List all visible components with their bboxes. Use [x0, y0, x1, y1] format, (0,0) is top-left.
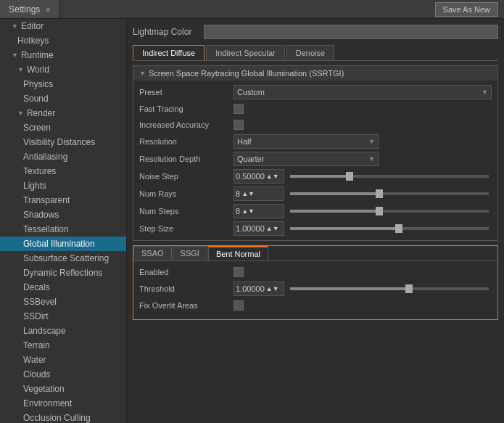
sidebar-item-subsurface[interactable]: Subsurface Scattering	[0, 251, 126, 266]
sidebar-item-hotkeys[interactable]: Hotkeys	[0, 33, 126, 48]
sidebar-label-tessellation: Tessellation	[23, 224, 69, 234]
sidebar-item-antialiasing[interactable]: Antialiasing	[0, 149, 126, 164]
tab-bar: Indirect Diffuse Indirect Specular Denoi…	[133, 45, 498, 61]
step-size-input[interactable]: 1.00000 ▲▼	[234, 221, 284, 236]
resolution-dropdown[interactable]: Half ▼	[234, 134, 379, 149]
lightmap-color-input[interactable]	[204, 25, 498, 39]
fast-tracing-value	[234, 104, 492, 114]
sidebar-label-runtime: Runtime	[21, 50, 54, 60]
threshold-label: Threshold	[139, 284, 234, 293]
num-rays-slider-thumb[interactable]	[376, 189, 383, 198]
num-rays-arrows[interactable]: ▲▼	[241, 190, 255, 197]
resolution-label: Resolution	[139, 137, 234, 146]
collapse-arrow-runtime: ▼	[12, 52, 18, 59]
settings-tab[interactable]: Settings ×	[0, 0, 60, 18]
step-size-label: Step Size	[139, 224, 234, 233]
sub-tab-bent-normal[interactable]: Bent Normal	[208, 246, 268, 260]
title-bar: Settings × Save As New	[0, 0, 504, 19]
sidebar-label-visibility: Visibility Distances	[23, 137, 95, 147]
resolution-value: Half ▼	[234, 134, 492, 149]
sidebar-label-vegetation: Vegetation	[23, 384, 65, 394]
sidebar-item-transparent[interactable]: Transparent	[0, 193, 126, 208]
sidebar-item-screen[interactable]: Screen	[0, 120, 126, 135]
sidebar-item-vegetation[interactable]: Vegetation	[0, 382, 126, 396]
sidebar-label-environment: Environment	[23, 398, 72, 408]
preset-dropdown[interactable]: Custom ▼	[234, 85, 492, 99]
sidebar-item-global-illumination[interactable]: Global Illumination	[0, 237, 126, 251]
sidebar-item-runtime[interactable]: ▼ Runtime	[0, 48, 126, 62]
tab-indirect-diffuse[interactable]: Indirect Diffuse	[133, 45, 205, 60]
num-steps-input[interactable]: 8 ▲▼	[234, 204, 284, 218]
ssrtgi-header[interactable]: ▼ Screen Space Raytracing Global Illumin…	[133, 66, 497, 81]
save-as-new-button[interactable]: Save As New	[435, 2, 498, 17]
sub-tab-ssao[interactable]: SSAO	[133, 246, 172, 260]
preset-dropdown-value: Custom	[237, 88, 265, 96]
num-steps-row: Num Steps 8 ▲▼	[133, 202, 497, 220]
increased-accuracy-label: Increased Accuracy	[139, 120, 234, 129]
resolution-depth-dropdown[interactable]: Quarter ▼	[234, 152, 379, 166]
sidebar-label-global-illumination: Global Illumination	[23, 239, 95, 249]
fast-tracing-checkbox[interactable]	[234, 104, 244, 114]
sidebar-item-terrain[interactable]: Terrain	[0, 338, 126, 353]
threshold-value: 1.00000 ▲▼	[234, 282, 492, 296]
sidebar-item-ssdirt[interactable]: SSDirt	[0, 309, 126, 324]
noise-step-input[interactable]: 0.50000 ▲▼	[234, 169, 284, 184]
collapse-arrow-render: ▼	[17, 110, 24, 117]
enabled-label: Enabled	[139, 268, 234, 276]
sidebar-item-editor[interactable]: ▼ Editor	[0, 19, 126, 33]
collapse-arrow-editor: ▼	[12, 22, 18, 30]
sidebar-label-antialiasing: Antialiasing	[23, 152, 67, 162]
sidebar-item-world[interactable]: ▼ World	[0, 62, 126, 77]
sidebar-item-visibility[interactable]: Visibility Distances	[0, 135, 126, 149]
num-rays-slider-track[interactable]	[290, 192, 489, 195]
num-rays-input[interactable]: 8 ▲▼	[234, 186, 284, 201]
ssrtgi-section: ▼ Screen Space Raytracing Global Illumin…	[133, 65, 498, 241]
sidebar-item-dynamic-reflections[interactable]: Dynamic Reflections	[0, 266, 126, 280]
noise-step-arrows[interactable]: ▲▼	[266, 173, 279, 180]
num-steps-slider-thumb[interactable]	[376, 207, 383, 215]
step-size-slider-track[interactable]	[290, 227, 489, 230]
resolution-depth-dropdown-arrow: ▼	[368, 155, 375, 163]
step-size-arrows[interactable]: ▲▼	[266, 225, 279, 232]
sidebar-item-environment[interactable]: Environment	[0, 396, 126, 411]
num-steps-slider-track[interactable]	[290, 210, 489, 213]
sidebar-label-screen: Screen	[23, 123, 51, 133]
sidebar-item-physics[interactable]: Physics	[0, 77, 126, 91]
threshold-slider-thumb[interactable]	[405, 284, 413, 293]
sidebar-item-decals[interactable]: Decals	[0, 280, 126, 295]
sidebar-item-sound[interactable]: Sound	[0, 91, 126, 106]
sidebar-item-shadows[interactable]: Shadows	[0, 208, 126, 222]
resolution-depth-dropdown-value: Quarter	[237, 155, 264, 163]
fix-overlit-checkbox[interactable]	[234, 300, 244, 311]
tab-indirect-specular[interactable]: Indirect Specular	[206, 45, 285, 60]
tab-denoise[interactable]: Denoise	[286, 45, 334, 60]
sidebar-label-render: Render	[27, 108, 55, 118]
sidebar-item-water[interactable]: Water	[0, 353, 126, 367]
close-icon[interactable]: ×	[46, 5, 50, 14]
sidebar-item-occlusion[interactable]: Occlusion Culling	[0, 411, 126, 423]
threshold-input[interactable]: 1.00000 ▲▼	[234, 282, 284, 296]
num-steps-arrows[interactable]: ▲▼	[241, 208, 255, 215]
sub-tab-ssgi[interactable]: SSGI	[173, 246, 207, 260]
sidebar-item-ssbevel[interactable]: SSBevel	[0, 295, 126, 309]
bent-normal-body: Enabled Threshold 1.00000 ▲▼	[133, 261, 497, 319]
enabled-checkbox[interactable]	[234, 267, 244, 277]
noise-step-slider-thumb[interactable]	[346, 172, 353, 181]
sidebar-item-render[interactable]: ▼ Render	[0, 106, 126, 120]
threshold-arrows[interactable]: ▲▼	[266, 285, 279, 292]
threshold-slider-track[interactable]	[290, 287, 489, 290]
sidebar-item-clouds[interactable]: Clouds	[0, 367, 126, 382]
orange-panel: SSAO SSGI Bent Normal Enabled	[133, 245, 498, 320]
ssrtgi-title: Screen Space Raytracing Global Illuminat…	[149, 69, 344, 78]
step-size-slider-thumb[interactable]	[395, 224, 402, 233]
fix-overlit-label: Fix Overlit Areas	[139, 301, 234, 310]
num-steps-value: 8 ▲▼	[234, 204, 492, 218]
increased-accuracy-checkbox[interactable]	[234, 120, 244, 130]
resolution-dropdown-value: Half	[237, 137, 252, 146]
sidebar-item-lights[interactable]: Lights	[0, 178, 126, 193]
resolution-row: Resolution Half ▼	[133, 133, 497, 150]
sidebar-item-landscape[interactable]: Landscape	[0, 324, 126, 338]
sidebar-item-textures[interactable]: Textures	[0, 164, 126, 178]
noise-step-slider-track[interactable]	[290, 175, 489, 178]
sidebar-item-tessellation[interactable]: Tessellation	[0, 222, 126, 237]
